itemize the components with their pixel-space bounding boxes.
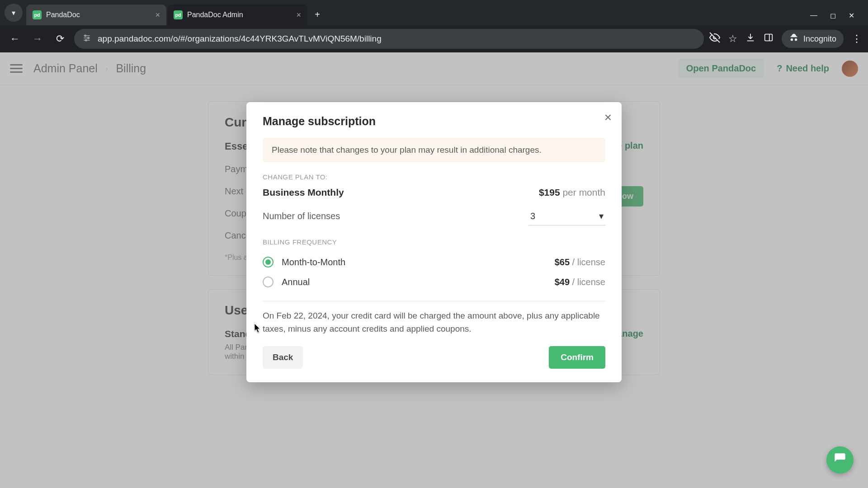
chevron-down-icon: ▾ [599, 211, 604, 221]
modal-overlay[interactable]: Manage subscription × Please note that c… [0, 52, 868, 488]
site-settings-icon[interactable] [82, 33, 91, 45]
svg-point-3 [85, 35, 86, 36]
close-icon[interactable]: × [296, 10, 301, 20]
manage-subscription-modal: Manage subscription × Please note that c… [246, 102, 622, 382]
browser-toolbar: ← → ⟳ app.pandadoc.com/o/#/organizations… [0, 25, 868, 52]
close-window-icon[interactable]: ✕ [849, 11, 854, 20]
freq-price: $65 / license [555, 257, 605, 267]
change-plan-label: CHANGE PLAN TO: [263, 173, 605, 181]
svg-point-4 [88, 37, 89, 38]
incognito-label: Incognito [803, 34, 836, 44]
url-text: app.pandadoc.com/o/#/organizations/4c44Y… [98, 34, 382, 44]
browser-tab-strip: ▾ pd PandaDoc × pd PandaDoc Admin × + — … [0, 0, 868, 25]
favicon-icon: pd [174, 10, 183, 19]
confirm-button[interactable]: Confirm [549, 346, 605, 369]
svg-point-5 [85, 39, 87, 41]
back-button[interactable]: ← [6, 30, 24, 47]
licenses-value: 3 [530, 211, 535, 221]
maximize-icon[interactable]: ◻ [830, 11, 836, 20]
incognito-badge[interactable]: Incognito [782, 30, 844, 48]
chat-icon [834, 452, 846, 468]
forward-button[interactable]: → [29, 30, 46, 47]
freq-option-monthly[interactable]: Month-to-Month $65 / license [263, 252, 605, 272]
menu-dots-icon[interactable]: ⋮ [852, 33, 862, 45]
new-plan-price: $195 per month [539, 187, 605, 198]
modal-title: Manage subscription [263, 115, 605, 128]
freq-option-annual[interactable]: Annual $49 / license [263, 272, 605, 292]
favicon-icon: pd [33, 10, 42, 19]
tab-title: PandaDoc Admin [187, 11, 292, 19]
freq-name: Month-to-Month [282, 257, 345, 267]
radio-selected[interactable] [263, 257, 274, 267]
browser-tab-active[interactable]: pd PandaDoc Admin × [167, 5, 307, 25]
bookmark-star-icon[interactable]: ☆ [728, 33, 737, 45]
close-icon[interactable]: × [155, 10, 160, 20]
side-panel-icon[interactable] [764, 33, 774, 45]
minimize-icon[interactable]: — [810, 11, 817, 20]
billing-frequency-label: BILLING FREQUENCY [263, 238, 605, 246]
browser-tab[interactable]: pd PandaDoc × [26, 5, 166, 25]
chat-bubble-button[interactable] [826, 446, 854, 474]
licenses-label: Number of licenses [263, 211, 340, 221]
radio-unselected[interactable] [263, 277, 274, 287]
downloads-icon[interactable] [745, 33, 755, 45]
freq-price: $49 / license [555, 277, 605, 287]
svg-rect-7 [765, 34, 773, 41]
notice-banner: Please note that changes to your plan ma… [263, 138, 605, 162]
freq-name: Annual [282, 277, 310, 287]
window-controls: — ◻ ✕ [810, 11, 863, 25]
back-button[interactable]: Back [263, 346, 303, 369]
divider [263, 301, 605, 301]
new-plan-name: Business Monthly [263, 187, 344, 198]
eye-off-icon[interactable] [709, 32, 720, 46]
tab-search-dropdown[interactable]: ▾ [5, 4, 23, 22]
url-bar[interactable]: app.pandadoc.com/o/#/organizations/4c44Y… [74, 29, 704, 49]
incognito-icon [789, 33, 799, 45]
close-icon[interactable]: × [604, 110, 612, 125]
new-tab-button[interactable]: + [308, 5, 326, 23]
reload-button[interactable]: ⟳ [52, 30, 69, 47]
charge-note: On Feb 22, 2024, your credit card will b… [263, 310, 605, 335]
licenses-select[interactable]: 3 ▾ [528, 207, 605, 225]
tab-title: PandaDoc [46, 11, 151, 19]
